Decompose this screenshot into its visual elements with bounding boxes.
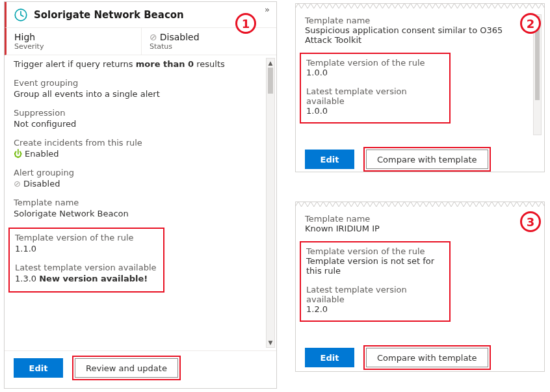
trigger-text: Trigger alert if query returns more than… [14,59,267,69]
rule-version-value: Template version is not set for this rul… [306,256,444,276]
rule-title: Solorigate Network Beacon [34,9,184,21]
card-footer: Edit Compare with template [305,339,535,370]
template-name-value: Suspicious application consent similar t… [305,25,526,45]
status-cell: ⊘Disabled Status [142,28,276,55]
compare-template-button[interactable]: Compare with template [366,348,488,367]
callout-1: 1 [235,13,256,34]
template-name-label: Template name [14,198,267,207]
rule-details-body: Trigger alert if query returns more than… [5,55,276,351]
event-grouping-value: Group all events into a single alert [14,89,267,99]
rule-version-value: 1.1.0 [15,244,158,254]
severity-value: High [14,32,133,42]
compare-template-button[interactable]: Compare with template [366,150,488,169]
compare-highlight: Compare with template [363,345,491,370]
template-name-label: Template name [305,214,535,224]
version-highlight-box: Template version of the rule 1.1.0 Lates… [8,228,164,293]
template-name-value: Solorigate Network Beacon [14,209,267,218]
latest-version-value: 1.2.0 [306,304,444,314]
rule-version-label: Template version of the rule [306,246,444,256]
suppression-label: Suppression [14,108,267,118]
create-incidents-value: ⏻Enabled [14,149,267,159]
alert-grouping-value: ⊘Disabled [14,179,267,189]
panel-footer: Edit Review and update [5,351,276,385]
card-footer: Edit Compare with template [305,140,535,172]
template-name-label: Template name [305,16,535,25]
edit-button[interactable]: Edit [14,358,63,378]
compare-highlight: Compare with template [363,147,491,172]
details-scrollbar[interactable]: ▲ ▼ [266,58,275,348]
template-card-2: Template name Suspicious application con… [295,3,545,172]
disabled-icon: ⊘ [14,179,21,189]
rule-version-value: 1.0.0 [306,68,444,77]
scroll-thumb[interactable] [268,68,273,94]
event-grouping-label: Event grouping [14,78,267,88]
scroll-down-icon[interactable]: ▼ [267,338,274,347]
severity-status-row: High Severity ⊘Disabled Status [5,28,276,55]
enabled-icon: ⏻ [14,149,22,159]
latest-version-label: Latest template version available [306,285,444,304]
template-card-3: Template name Known IRIDIUM IP Template … [295,202,545,372]
template-name-value: Known IRIDIUM IP [305,224,535,233]
suppression-value: Not configured [14,119,267,129]
latest-version-label: Latest template version available [306,86,444,106]
rule-version-label: Template version of the rule [15,233,158,242]
severity-label: Severity [14,42,133,51]
review-update-button[interactable]: Review and update [75,358,178,378]
review-update-highlight: Review and update [72,356,181,380]
latest-version-value: 1.3.0 New version available! [15,274,158,283]
callout-2: 2 [520,13,541,34]
card-top-edge [295,3,545,8]
rule-version-label: Template version of the rule [306,58,444,68]
alert-grouping-label: Alert grouping [14,168,267,177]
version-highlight-box: Template version of the rule Template ve… [300,241,451,322]
latest-version-label: Latest template version available [15,263,158,272]
edit-button[interactable]: Edit [305,150,354,169]
disabled-icon: ⊘ [150,33,157,42]
card-top-edge [295,202,545,207]
collapse-panel-icon[interactable]: » [265,5,270,14]
latest-version-value: 1.0.0 [306,106,444,116]
version-highlight-box: Template version of the rule 1.0.0 Lates… [300,53,451,124]
status-label: Status [150,42,268,51]
create-incidents-label: Create incidents from this rule [14,138,267,148]
status-value: ⊘Disabled [150,32,268,42]
edit-button[interactable]: Edit [305,348,354,367]
scheduled-rule-icon [13,7,29,23]
rule-details-panel: Solorigate Network Beacon » High Severit… [4,1,277,389]
callout-3: 3 [520,211,541,232]
scroll-up-icon[interactable]: ▲ [267,59,274,68]
severity-cell: High Severity [7,28,142,55]
